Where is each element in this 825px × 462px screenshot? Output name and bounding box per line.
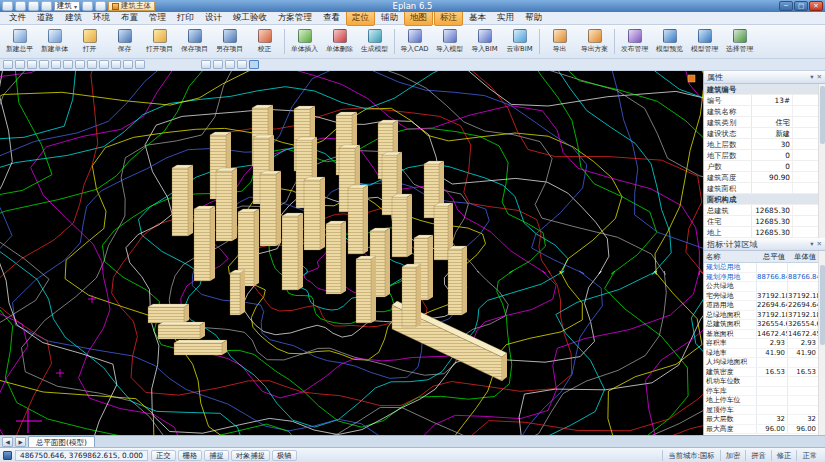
sun-icon[interactable] [237,60,247,69]
menu-item-3[interactable]: 环境 [88,11,115,25]
status-toggle-2[interactable]: 捕捉 [204,450,229,461]
redo-icon[interactable] [95,1,106,11]
view-3d-icon[interactable] [213,60,223,69]
ribbon-button-24[interactable]: 选择管理 [722,26,757,57]
tab-prev-icon[interactable]: ◀ [2,437,13,447]
table-row[interactable]: 最大层数3232 [704,415,818,425]
ribbon-button-16[interactable]: 云审BIM [502,26,537,57]
undo-icon[interactable] [82,1,93,11]
table-row[interactable]: 规划净用地88766.8488766.84 [704,273,818,283]
panel-collapse-icon[interactable]: ▾ [810,73,813,81]
building[interactable] [304,177,325,250]
property-row[interactable]: 住宅12685.30 [704,216,818,227]
status-right-item-0[interactable]: 当前城市:国标 [662,450,719,461]
ribbon-button-9[interactable]: 单体插入 [287,26,322,57]
property-row[interactable]: 地下层数0 [704,150,818,161]
property-row[interactable]: 建设状态新建 [704,128,818,139]
property-value[interactable]: 30 [752,139,792,149]
undo-icon[interactable] [123,60,133,69]
layer-off-icon[interactable] [27,60,37,69]
property-row[interactable]: 建筑名称 [704,106,818,117]
ribbon-button-15[interactable]: 导入BIM [467,26,502,57]
area-icon[interactable] [111,60,121,69]
status-toggle-1[interactable]: 栅格 [178,450,203,461]
ribbon-button-0[interactable]: 新建总平 [2,26,37,57]
camera-icon[interactable] [225,60,235,69]
property-row[interactable]: 总建筑12685.30 [704,205,818,216]
layers-icon[interactable] [3,60,13,69]
table-row[interactable]: 屋顶停车 [704,406,818,416]
status-toggle-4[interactable]: 极轴 [272,450,297,461]
building[interactable] [158,322,205,339]
table-row[interactable]: 宅旁绿地37192.1837192.18 [704,292,818,302]
building[interactable] [194,206,215,281]
ribbon-button-3[interactable]: 保存 [107,26,142,57]
property-value[interactable]: 13# [752,95,792,105]
menu-item-0[interactable]: 文件 [4,11,31,25]
menu-item-9[interactable]: 方案管理 [273,11,317,25]
building[interactable] [348,185,368,254]
close-button[interactable]: ✕ [809,1,823,11]
new-file-icon[interactable] [2,1,13,11]
table-row[interactable]: 公共绿地 [704,282,818,292]
status-toggle-0[interactable]: 正交 [151,450,176,461]
property-value[interactable]: 新建 [752,128,792,138]
ribbon-button-18[interactable]: 导出 [542,26,577,57]
color-icon[interactable] [51,60,61,69]
property-value[interactable]: 90.90 [752,172,792,182]
tab-site-plan[interactable]: 总平面图(模型) [28,436,95,447]
table-row[interactable]: 道路用地22694.6422694.64 [704,301,818,311]
property-value[interactable]: 12685.30 [752,227,792,237]
building[interactable] [172,165,193,236]
property-value[interactable]: 12685.30 [752,216,792,226]
ribbon-button-21[interactable]: 发布管理 [617,26,652,57]
linetype-icon[interactable] [63,60,73,69]
building[interactable] [260,171,281,246]
table-row[interactable]: 基底面积14672.4514672.45 [704,330,818,340]
scrollbar-thumb[interactable] [820,86,825,144]
property-row[interactable]: 建筑面积 [704,183,818,194]
save-file-icon[interactable] [28,1,39,11]
building[interactable] [356,256,376,323]
viewcube[interactable] [688,75,695,82]
table-row[interactable]: 建筑密度16.5316.53 [704,368,818,378]
panel-collapse-icon[interactable]: ▾ [810,240,813,248]
lineweight-icon[interactable] [75,60,85,69]
menu-item-16[interactable]: 实用 [492,11,519,25]
property-row[interactable]: 户数0 [704,161,818,172]
building[interactable] [174,340,227,355]
property-value[interactable]: 住宅 [752,117,792,127]
menu-item-17[interactable]: 帮助 [520,11,547,25]
menu-item-4[interactable]: 布置 [116,11,143,25]
building[interactable] [148,304,189,323]
print-icon[interactable] [41,1,52,11]
property-value[interactable]: 0 [752,161,792,171]
table-row[interactable]: 绿地率41.9041.90 [704,349,818,359]
scrollbar-thumb[interactable] [820,265,825,345]
ribbon-button-23[interactable]: 模型管理 [687,26,722,57]
measure-icon[interactable] [99,60,109,69]
menu-item-11[interactable]: 定位 [346,10,375,26]
ribbon-button-5[interactable]: 保存项目 [177,26,212,57]
ribbon-button-19[interactable]: 导出方案 [577,26,612,57]
tab-next-icon[interactable]: ▶ [15,437,26,447]
table-row[interactable]: 规划总用地 [704,263,818,273]
table-row[interactable]: 机动车位数 [704,377,818,387]
ribbon-button-13[interactable]: 导入CAD [397,26,432,57]
match-properties-icon[interactable] [87,60,97,69]
menu-item-12[interactable]: 辅助 [376,11,403,25]
building[interactable] [392,194,412,257]
ribbon-button-10[interactable]: 单体删除 [322,26,357,57]
building[interactable] [448,246,467,315]
layer-on-icon[interactable] [15,60,25,69]
layer-combo[interactable]: 建筑 ▾ [54,1,80,11]
table-row[interactable]: 人均绿地面积 [704,358,818,368]
building[interactable] [230,270,245,315]
column-header[interactable]: 名称 [704,251,756,262]
ribbon-button-14[interactable]: 导入模型 [432,26,467,57]
property-row[interactable]: 编号13# [704,95,818,106]
ribbon-button-1[interactable]: 新建单体 [37,26,72,57]
ribbon-button-7[interactable]: 校正 [247,26,282,57]
ribbon-button-6[interactable]: 另存项目 [212,26,247,57]
property-value[interactable] [752,106,792,116]
